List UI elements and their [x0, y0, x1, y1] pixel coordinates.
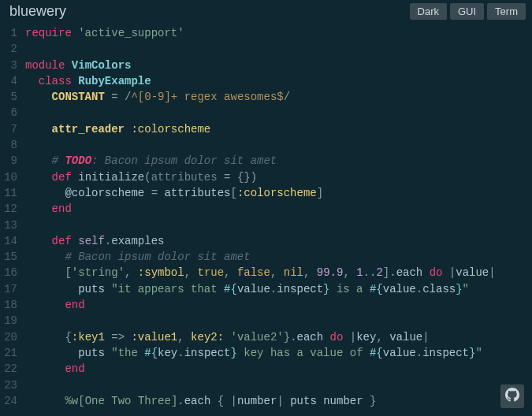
- code-line: 2: [0, 41, 532, 57]
- line-number: 9: [0, 153, 25, 169]
- line-number: 24: [0, 393, 25, 409]
- code-line: 4 class RubyExample: [0, 73, 532, 89]
- code-line: 17 puts "it appears that #{value.inspect…: [0, 281, 532, 297]
- code-editor[interactable]: 1require 'active_support' 2 3module VimC…: [0, 22, 532, 412]
- line-number: 1: [0, 25, 25, 41]
- line-number: 10: [0, 169, 25, 185]
- line-number: 23: [0, 377, 25, 393]
- code-line: 7 attr_reader :colorscheme: [0, 121, 532, 137]
- dark-button[interactable]: Dark: [410, 3, 447, 20]
- line-number: 13: [0, 217, 25, 233]
- code-line: 3module VimColors: [0, 58, 532, 73]
- code-line: 9 # TODO: Bacon ipsum dolor sit amet: [0, 153, 532, 169]
- code-line: 19: [0, 313, 532, 329]
- line-number: 21: [0, 345, 25, 361]
- line-number: 16: [0, 265, 25, 280]
- code-line: 22 end: [0, 361, 532, 377]
- gui-button[interactable]: GUI: [450, 3, 484, 20]
- line-number: 4: [0, 73, 25, 89]
- code-line: 11 @colorscheme = attributes[:colorschem…: [0, 185, 532, 201]
- code-line: 21 puts "the #{key.inspect} key has a va…: [0, 345, 532, 361]
- code-line: 6: [0, 105, 532, 121]
- line-number: 20: [0, 329, 25, 345]
- line-number: 17: [0, 281, 25, 297]
- code-line: 14 def self.examples: [0, 233, 532, 249]
- line-number: 18: [0, 297, 25, 313]
- code-line: 20 {:key1 => :value1, key2: 'value2'}.ea…: [0, 329, 532, 345]
- line-number: 8: [0, 137, 25, 153]
- code-line: 24 %w[One Two Three].each { |number| put…: [0, 393, 532, 409]
- line-number: 2: [0, 41, 25, 57]
- line-number: 19: [0, 313, 25, 329]
- line-number: 6: [0, 105, 25, 121]
- button-group: Dark GUI Term: [410, 3, 526, 20]
- line-number: 22: [0, 361, 25, 377]
- code-line: 16 ['string', :symbol, true, false, nil,…: [0, 265, 532, 280]
- code-line: 23: [0, 377, 532, 393]
- code-line: 18 end: [0, 297, 532, 313]
- line-number: 14: [0, 233, 25, 249]
- line-number: 3: [0, 58, 25, 73]
- header: bluewery Dark GUI Term: [0, 0, 532, 22]
- code-line: 10 def initialize(attributes = {}): [0, 169, 532, 185]
- code-line: 15 # Bacon ipsum dolor sit amet: [0, 249, 532, 265]
- code-line: 12 end: [0, 201, 532, 217]
- github-icon: [505, 388, 519, 405]
- page-title: bluewery: [9, 3, 66, 20]
- line-number: 5: [0, 89, 25, 105]
- line-number: 12: [0, 201, 25, 217]
- github-link[interactable]: [500, 384, 524, 408]
- line-number: 15: [0, 249, 25, 265]
- code-line: 8: [0, 137, 532, 153]
- code-line: 1require 'active_support': [0, 25, 532, 41]
- code-line: 5 CONSTANT = /^[0-9]+ regex awesomes$/: [0, 89, 532, 105]
- line-number: 7: [0, 121, 25, 137]
- term-button[interactable]: Term: [487, 3, 526, 20]
- line-number: 11: [0, 185, 25, 201]
- code-line: 13: [0, 217, 532, 233]
